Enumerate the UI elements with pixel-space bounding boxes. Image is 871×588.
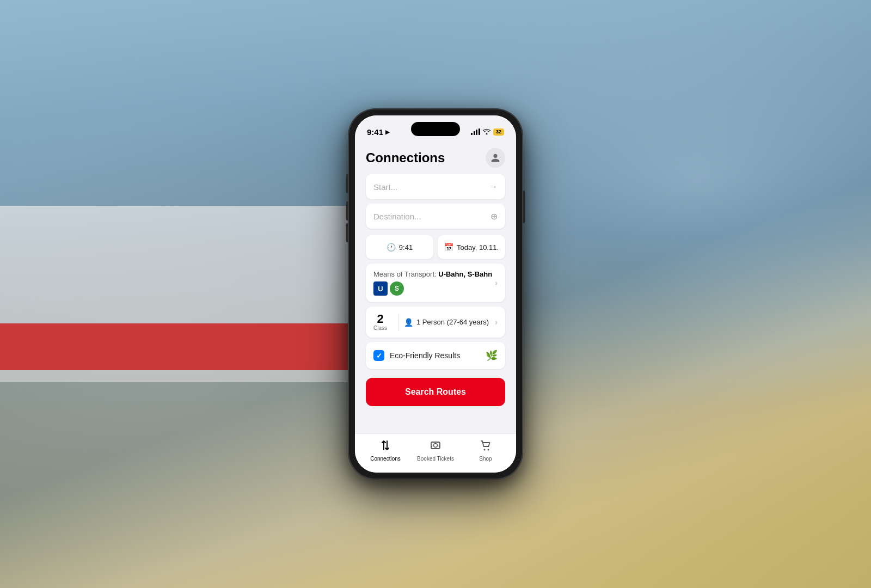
leaf-icon: 🌿 — [486, 350, 498, 362]
booked-tickets-nav-label: Booked Tickets — [417, 456, 454, 462]
transport-badges: U S — [373, 281, 492, 296]
person-icon: 👤 — [404, 318, 413, 327]
dynamic-island — [411, 122, 460, 136]
time-button[interactable]: 🕐 9:41 — [366, 235, 433, 259]
time-value: 9:41 — [399, 243, 413, 252]
profile-button[interactable] — [486, 148, 505, 168]
wifi-icon — [483, 128, 490, 136]
svg-point-6 — [484, 449, 486, 451]
ubahn-badge: U — [373, 281, 388, 296]
target-icon: ⊕ — [490, 211, 498, 222]
page-title: Connections — [366, 150, 445, 166]
route-inputs: Start... → Destination... ⊕ — [366, 174, 505, 229]
app-header: Connections — [366, 144, 505, 174]
eco-card[interactable]: Eco-Friendly Results 🌿 — [366, 342, 505, 369]
search-button-label: Search Routes — [405, 387, 466, 397]
arrow-right-icon: → — [489, 182, 498, 192]
signal-icon — [471, 128, 480, 135]
date-button[interactable]: 📅 Today, 10.11. — [438, 235, 505, 259]
phone-device: 9:41 ▶ 32 — [348, 109, 523, 479]
phone-frame: 9:41 ▶ 32 — [348, 109, 523, 479]
destination-input-field[interactable]: Destination... ⊕ — [366, 204, 505, 229]
svg-point-7 — [488, 449, 489, 451]
connections-nav-label: Connections — [370, 456, 401, 462]
date-value: Today, 10.11. — [457, 243, 499, 252]
eco-left: Eco-Friendly Results — [373, 350, 460, 361]
destination-placeholder: Destination... — [373, 212, 421, 221]
nav-item-booked-tickets[interactable]: Booked Tickets — [410, 439, 461, 462]
sbahn-badge: S — [390, 281, 404, 296]
phone-screen: 9:41 ▶ 32 — [355, 115, 516, 473]
shop-nav-icon — [480, 439, 492, 454]
ticket-nav-icon — [430, 439, 441, 454]
transport-card[interactable]: Means of Transport: U-Bahn, S-Bahn U S — [366, 264, 505, 302]
search-routes-button[interactable]: Search Routes — [366, 378, 505, 406]
shop-nav-label: Shop — [479, 456, 492, 462]
divider — [398, 314, 398, 331]
datetime-row: 🕐 9:41 📅 Today, 10.11. — [366, 235, 505, 259]
class-person-card[interactable]: 2 Class 👤 1 Person (27-64 years) › — [366, 307, 505, 338]
clock-icon: 🕐 — [387, 243, 396, 252]
transport-card-left: Means of Transport: U-Bahn, S-Bahn U S — [373, 270, 492, 296]
class-indicator: 2 Class — [373, 313, 387, 331]
transport-label: Means of Transport: U-Bahn, S-Bahn — [373, 270, 492, 278]
eco-checkbox[interactable] — [373, 350, 384, 361]
person-info: 👤 1 Person (27-64 years) — [404, 318, 489, 327]
status-time: 9:41 ▶ — [367, 127, 390, 137]
class-info-left: 2 Class 👤 1 Person (27-64 years) — [373, 313, 489, 331]
nav-item-connections[interactable]: Connections — [360, 439, 410, 462]
bottom-navigation: Connections Booked Tickets — [355, 433, 516, 473]
eco-label: Eco-Friendly Results — [390, 351, 460, 360]
chevron-right-icon: › — [495, 278, 498, 288]
connections-nav-icon — [379, 439, 391, 454]
battery-indicator: 32 — [493, 128, 504, 136]
chevron-right-icon-2: › — [495, 317, 498, 327]
nav-item-shop[interactable]: Shop — [461, 439, 511, 462]
location-icon: ▶ — [385, 129, 390, 135]
calendar-icon: 📅 — [444, 243, 453, 252]
start-placeholder: Start... — [373, 182, 397, 192]
start-input-field[interactable]: Start... → — [366, 174, 505, 199]
status-icons: 32 — [471, 128, 504, 136]
person-icon — [490, 153, 500, 163]
svg-point-1 — [434, 444, 438, 448]
app-content: Connections Start... → Destination... — [355, 144, 516, 433]
